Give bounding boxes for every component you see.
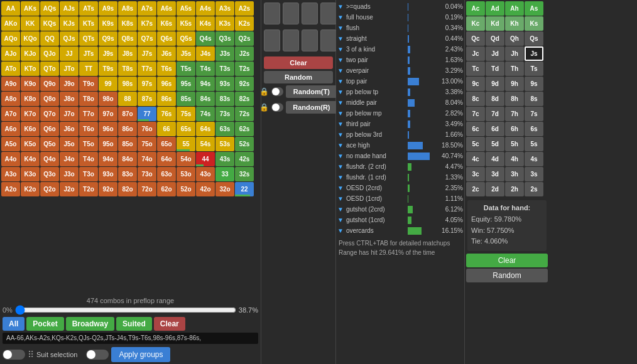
hand-cell[interactable]: Q8s (118, 31, 137, 46)
hand-cell[interactable]: K5o (21, 137, 40, 151)
hand-cell[interactable]: 75o (138, 137, 156, 151)
right-card-cell[interactable]: 6h (505, 122, 524, 136)
hand-cell[interactable]: A2o (1, 182, 20, 196)
hand-cell[interactable]: QTs (79, 31, 98, 46)
board-card-1[interactable] (264, 3, 280, 24)
right-card-cell[interactable]: Ac (466, 1, 485, 16)
hand-cell[interactable]: AQo (1, 31, 20, 46)
hand-cell[interactable]: 64s (196, 122, 215, 136)
right-card-cell[interactable]: Qs (525, 31, 543, 46)
hand-cell[interactable]: T4o (79, 152, 98, 166)
hand-cell[interactable]: 97s (138, 77, 156, 91)
hand-cell[interactable]: 95o (99, 137, 117, 151)
hand-cell[interactable]: 87o (118, 107, 137, 121)
hand-cell[interactable]: Q4o (40, 152, 59, 166)
right-card-cell[interactable]: Kh (505, 16, 524, 31)
hand-cell[interactable]: 84o (118, 152, 137, 166)
hand-cell[interactable]: 54o (177, 152, 195, 166)
hand-cell[interactable]: TT (79, 62, 98, 76)
hand-cell[interactable]: 74o (138, 152, 156, 166)
hand-cell[interactable]: J9s (99, 46, 117, 61)
hand-cell[interactable]: K7o (21, 107, 40, 121)
right-card-cell[interactable]: 8h (505, 92, 524, 106)
hand-cell[interactable]: 72s (235, 107, 254, 121)
hand-cell[interactable]: 94o (99, 152, 117, 166)
hand-cell[interactable]: 82s (235, 92, 254, 106)
clear-button[interactable]: Clear (154, 317, 185, 331)
hand-cell[interactable]: KTo (21, 62, 40, 76)
hand-cell[interactable]: J2o (60, 182, 79, 196)
right-card-cell[interactable]: 2c (466, 182, 485, 196)
hand-cell[interactable]: QQ (40, 31, 59, 46)
hand-cell[interactable]: 75s (177, 107, 195, 121)
right-card-cell[interactable]: Jd (486, 46, 504, 61)
right-card-cell[interactable]: 7h (505, 107, 524, 121)
hand-cell[interactable]: 72o (138, 182, 156, 196)
hand-cell[interactable]: Q9s (99, 31, 117, 46)
right-card-cell[interactable]: 2s (525, 182, 543, 196)
lock-toggle-1[interactable] (271, 87, 283, 96)
right-card-cell[interactable]: 4d (486, 152, 504, 166)
hand-cell[interactable]: 85s (177, 92, 195, 106)
right-card-cell[interactable]: Th (505, 62, 524, 76)
right-card-cell[interactable]: 3d (486, 167, 504, 181)
hand-cell[interactable]: Q8o (40, 92, 59, 106)
hand-cell[interactable]: Q2o (40, 182, 59, 196)
right-card-cell[interactable]: Qd (486, 31, 504, 46)
hand-cell[interactable]: KK (21, 16, 40, 31)
hand-cell[interactable]: 63s (215, 122, 234, 136)
right-card-cell[interactable]: Ks (525, 16, 543, 31)
right-card-cell[interactable]: Qh (505, 31, 524, 46)
right-card-cell[interactable]: 4h (505, 152, 524, 166)
right-card-cell[interactable]: 5s (525, 137, 543, 151)
board-card-3[interactable] (302, 3, 318, 24)
hand-cell[interactable]: 93o (99, 167, 117, 181)
hand-cell[interactable]: 22 (235, 182, 254, 196)
hand-cell[interactable]: 65s (177, 122, 195, 136)
hand-cell[interactable]: 54s (196, 137, 215, 151)
hand-cell[interactable]: J4s (196, 46, 215, 61)
hand-cell[interactable]: 83o (118, 167, 137, 181)
hand-cell[interactable]: Q6o (40, 122, 59, 136)
hand-cell[interactable]: T9s (99, 62, 117, 76)
hand-cell[interactable]: KQo (21, 31, 40, 46)
hand-cell[interactable]: J8s (118, 46, 137, 61)
hand-cell[interactable]: K3o (21, 167, 40, 181)
hand-cell[interactable]: 73s (215, 107, 234, 121)
hand-cell[interactable]: T3s (215, 62, 234, 76)
hand-cell[interactable]: K2o (21, 182, 40, 196)
hand-cell[interactable]: A5s (177, 1, 195, 16)
hand-cell[interactable]: 52o (177, 182, 195, 196)
right-card-cell[interactable]: 8c (466, 92, 485, 106)
hand-cell[interactable]: K8o (21, 92, 40, 106)
groups-toggle-track[interactable] (86, 350, 109, 360)
right-card-cell[interactable]: 7d (486, 107, 504, 121)
hand-cell[interactable]: AKs (21, 1, 40, 16)
right-card-cell[interactable]: Js (525, 46, 543, 61)
hand-cell[interactable]: J9o (60, 77, 79, 91)
hand-cell[interactable]: 64o (157, 152, 176, 166)
suited-button[interactable]: Suited (116, 317, 152, 331)
board-card-4[interactable] (320, 3, 337, 24)
hand-cell[interactable]: 42s (235, 152, 254, 166)
hand-cell[interactable]: 42o (196, 182, 215, 196)
right-card-cell[interactable]: 3s (525, 167, 543, 181)
hand-cell[interactable]: 86o (118, 122, 137, 136)
board-card-6[interactable] (283, 29, 299, 51)
hand-cell[interactable]: J6s (157, 46, 176, 61)
hand-cell[interactable]: QJs (60, 31, 79, 46)
hand-cell[interactable]: AQs (40, 1, 59, 16)
hand-cell[interactable]: A3s (215, 1, 234, 16)
board-clear-button[interactable]: Clear (264, 56, 333, 69)
hand-cell[interactable]: 66 (157, 122, 176, 136)
right-card-cell[interactable]: Kc (466, 16, 485, 31)
hand-cell[interactable]: Q2s (235, 31, 254, 46)
right-card-cell[interactable]: 9d (486, 77, 504, 91)
hand-cell[interactable]: K8s (118, 16, 137, 31)
hand-cell[interactable]: J6o (60, 122, 79, 136)
hand-cell[interactable]: J8o (60, 92, 79, 106)
hand-cell[interactable]: T9o (79, 77, 98, 91)
right-card-cell[interactable]: Jc (466, 46, 485, 61)
hand-cell[interactable]: 44 (196, 152, 215, 166)
hand-cell[interactable]: Q3s (215, 31, 234, 46)
